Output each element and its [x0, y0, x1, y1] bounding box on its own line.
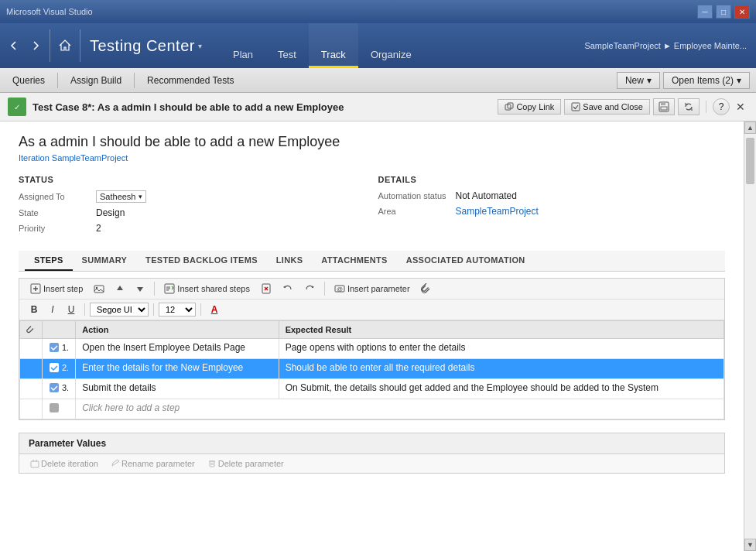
breadcrumb: SampleTeamProject ► Employee Mainte... [584, 23, 753, 68]
italic-button[interactable]: I [44, 302, 61, 317]
delete-step-button[interactable] [256, 282, 276, 296]
insert-shared-steps-button[interactable]: Insert shared steps [159, 282, 255, 296]
nav-item-track[interactable]: Track [309, 23, 358, 68]
insert-step-button[interactable]: Insert step [26, 282, 87, 296]
table-row[interactable]: 3.Submit the detailsOn Submit, the detai… [20, 379, 724, 399]
details-header: DETAILS [378, 175, 726, 184]
tab-backlog[interactable]: TESTED BACKLOG ITEMS [136, 251, 267, 271]
work-item-panel: ✓ Test Case 8*: As a admin I should be a… [0, 93, 756, 551]
scroll-down-button[interactable]: ▼ [744, 539, 756, 551]
row-attach [20, 359, 43, 379]
work-item-icon: ✓ [8, 98, 26, 116]
svg-rect-7 [661, 107, 667, 110]
row-expected[interactable]: Page opens with options to enter the det… [279, 339, 724, 359]
row-expected[interactable]: On Submit, the details should get added … [279, 379, 724, 399]
tab-steps[interactable]: STEPS [25, 251, 73, 271]
save-icon-button[interactable] [653, 98, 675, 115]
svg-rect-20 [50, 363, 59, 372]
parameter-values-section: Parameter Values Delete iteration Rename… [19, 433, 725, 474]
wi-scroll-area: As a admin I should be able to add a new… [0, 121, 744, 551]
bold-button[interactable]: B [26, 302, 43, 317]
close-button[interactable]: ✕ [734, 5, 750, 19]
move-down-button[interactable] [131, 282, 149, 295]
row-action[interactable]: Enter the details for the New Employee [76, 359, 279, 379]
automation-status-label: Automation status [378, 191, 456, 200]
row-number: 3. [43, 379, 76, 399]
insert-parameter-button[interactable]: @ Insert parameter [330, 282, 415, 296]
minimize-button[interactable]: ─ [697, 5, 713, 19]
nav-item-plan[interactable]: Plan [221, 23, 265, 68]
work-item-header: ✓ Test Case 8*: As a admin I should be a… [0, 93, 756, 121]
font-select[interactable]: Segoe UI [90, 303, 149, 317]
table-row[interactable]: 2.Enter the details for the New Employee… [20, 359, 724, 379]
automation-status-row: Automation status Not Automated [378, 190, 726, 201]
state-label: State [19, 208, 96, 217]
add-step-placeholder[interactable]: Click here to add a step [76, 399, 724, 419]
row-number: 2. [43, 359, 76, 379]
scroll-track[interactable] [744, 134, 756, 539]
copy-link-button[interactable]: Copy Link [498, 99, 561, 115]
wi-close-button[interactable]: ✕ [733, 99, 748, 115]
move-up-button[interactable] [111, 282, 129, 295]
tab-links[interactable]: LINKS [267, 251, 313, 271]
app-dropdown-arrow[interactable]: ▾ [198, 42, 202, 50]
font-size-select[interactable]: 12 [159, 303, 196, 317]
nav-item-test[interactable]: Test [265, 23, 309, 68]
font-color-button[interactable]: A [206, 302, 223, 317]
assigned-to-select[interactable]: Satheesh ▾ [96, 190, 146, 203]
tab-attachments[interactable]: ATTACHMENTS [312, 251, 396, 271]
tab-automation[interactable]: ASSOCIATED AUTOMATION [397, 251, 535, 271]
col-attach [20, 321, 43, 339]
forward-button[interactable] [25, 23, 46, 68]
help-icon-button[interactable]: ? [713, 98, 730, 115]
undo-button[interactable] [278, 282, 298, 296]
row-action[interactable]: Open the Insert Employee Details Page [76, 339, 279, 359]
nav-item-organize[interactable]: Organize [358, 23, 424, 68]
priority-label: Priority [19, 224, 96, 233]
refresh-icon-button[interactable] [678, 98, 700, 115]
redo-button[interactable] [299, 282, 320, 296]
col-action: Action [76, 321, 279, 339]
save-close-button[interactable]: Save and Close [564, 99, 650, 115]
open-items-button[interactable]: Open Items (2) ▾ [663, 72, 750, 89]
parameter-values-toolbar: Delete iteration Rename parameter Delete… [19, 454, 724, 473]
insert-step-image-button[interactable] [89, 282, 109, 296]
wi-iteration-value: SampleTeamProject [52, 153, 128, 163]
row-attach [20, 339, 43, 359]
toolbar-sep-1 [57, 73, 58, 88]
new-button[interactable]: New ▾ [617, 72, 660, 89]
maximize-button[interactable]: □ [716, 5, 731, 19]
tab-summary[interactable]: SUMMARY [73, 251, 137, 271]
back-button[interactable] [3, 23, 25, 68]
row-expected[interactable]: Should be able to enter all the required… [279, 359, 724, 379]
status-header: STATUS [19, 175, 366, 184]
format-toolbar: B I U Segoe UI 12 A [19, 299, 724, 320]
delete-iteration-button: Delete iteration [26, 457, 103, 470]
priority-row: Priority 2 [19, 223, 366, 234]
secondary-toolbar: Queries Assign Build Recommended Tests N… [0, 68, 756, 93]
attach-button[interactable] [416, 282, 436, 296]
scroll-up-button[interactable]: ▲ [744, 121, 756, 134]
home-button[interactable] [53, 23, 77, 68]
queries-link[interactable]: Queries [6, 72, 51, 89]
table-row[interactable]: 1.Open the Insert Employee Details PageP… [20, 339, 724, 359]
fmt-sep-2 [153, 303, 154, 316]
row-attach [20, 379, 43, 399]
parameter-values-header: Parameter Values [19, 433, 724, 454]
recommended-tests-link[interactable]: Recommended Tests [141, 72, 241, 89]
area-value[interactable]: SampleTeamProject [456, 206, 539, 217]
add-step-attach [20, 399, 43, 419]
scroll-thumb[interactable] [746, 138, 754, 184]
title-separator [80, 29, 80, 62]
row-number: 1. [43, 339, 76, 359]
row-action[interactable]: Submit the details [76, 379, 279, 399]
rename-parameter-button: Rename parameter [106, 457, 200, 470]
add-step-row[interactable]: Click here to add a step [20, 399, 724, 419]
underline-button[interactable]: U [63, 302, 80, 317]
fmt-sep-1 [84, 303, 85, 316]
steps-sep-1 [154, 282, 155, 296]
assigned-to-label: Assigned To [19, 192, 96, 201]
wi-left-fields: STATUS Assigned To Satheesh ▾ State D [19, 175, 366, 238]
wi-sep [706, 101, 706, 113]
assign-build-link[interactable]: Assign Build [64, 72, 128, 89]
